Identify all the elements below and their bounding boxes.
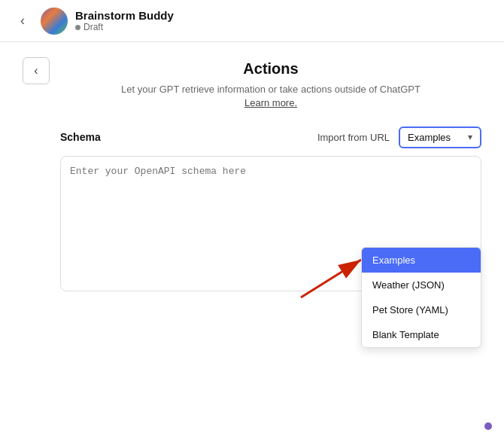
back-square-button[interactable]: ‹ (23, 57, 50, 84)
learn-more-link[interactable]: Learn more. (60, 97, 481, 108)
schema-right: Import from URL Examples ▾ (317, 127, 481, 148)
schema-label: Schema (60, 131, 101, 143)
chevron-down-icon: ▾ (468, 132, 472, 142)
status-label: Draft (83, 22, 103, 32)
sidebar-area: ‹ (23, 57, 60, 294)
actions-section: Actions Let your GPT retrieve informatio… (60, 57, 481, 108)
dropdown-popup: Examples Weather (JSON) Pet Store (YAML)… (361, 247, 481, 348)
header: ‹ Brainstorm Buddy Draft (0, 0, 504, 42)
actions-subtitle: Let your GPT retrieve information or tak… (60, 82, 481, 97)
header-title: Brainstorm Buddy (75, 9, 174, 22)
examples-dropdown[interactable]: Examples ▾ (399, 127, 481, 148)
header-back-button[interactable]: ‹ (12, 11, 33, 32)
dropdown-item-examples[interactable]: Examples (362, 248, 481, 273)
bottom-dot (484, 422, 492, 430)
dropdown-item-blank[interactable]: Blank Template (362, 322, 481, 347)
header-status: Draft (75, 22, 174, 32)
header-info: Brainstorm Buddy Draft (75, 9, 174, 32)
dropdown-item-petstore[interactable]: Pet Store (YAML) (362, 297, 481, 322)
actions-title: Actions (60, 60, 481, 78)
dropdown-item-weather[interactable]: Weather (JSON) (362, 273, 481, 297)
status-dot-icon (75, 25, 80, 30)
back-icon: ‹ (34, 64, 38, 78)
import-url-link[interactable]: Import from URL (317, 132, 390, 143)
avatar (41, 8, 68, 35)
examples-dropdown-label: Examples (408, 132, 451, 143)
schema-row: Schema Import from URL Examples ▾ (60, 127, 481, 148)
